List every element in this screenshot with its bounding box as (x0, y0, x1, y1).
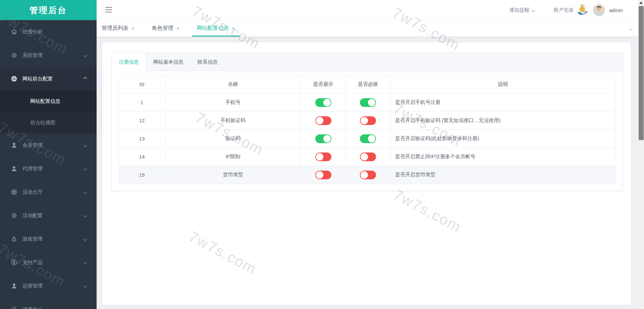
user-icon (11, 165, 17, 172)
cell-description: 是否开启手机验证码 (暂无短信接口，无法使用) (390, 112, 616, 130)
card-tab-2[interactable]: 联系信息 (191, 53, 225, 71)
sidebar-item-site-frontend-config[interactable]: 网站前台配置 (0, 67, 97, 90)
merchant-recharge-button[interactable]: 商户充值 $ (553, 4, 588, 16)
svg-text:$: $ (581, 7, 583, 11)
sidebar-item-activity-config[interactable]: 活动配置 (0, 204, 97, 227)
username[interactable]: admin (609, 7, 623, 13)
scroll-up-arrow[interactable] (639, 1, 643, 4)
workspace-tab-role-manage[interactable]: 角色管理 × (147, 20, 184, 37)
avatar[interactable] (593, 4, 605, 16)
sidebar-subitem-site-config-info[interactable]: 网站配置信息 (0, 90, 97, 112)
card-tab-1[interactable]: 网站基本信息 (146, 53, 191, 71)
home-icon (11, 28, 17, 35)
content-panel: 注册信息网站基本信息联系信息 ID名称是否展示是否必填说明1手机号是否开启手机号… (102, 42, 631, 305)
sidebar-item-label: 活动大厅 (22, 189, 84, 195)
scrollbar-thumb[interactable] (639, 6, 644, 140)
scrollbar[interactable] (638, 0, 644, 309)
sidebar-item-message-center[interactable]: 消息中心 (0, 298, 97, 309)
sidebar-item-label: 网站前台配置 (22, 76, 84, 82)
chevron-down-icon (83, 190, 87, 194)
close-icon[interactable]: × (131, 26, 135, 31)
cell-required (346, 148, 390, 166)
workspace-tabs: 管理员列表 ×角色管理 ×网站配置信息 × (97, 20, 247, 37)
table-row: 12手机验证码是否开启手机验证码 (暂无短信接口，无法使用) (119, 112, 616, 130)
gift-icon (11, 189, 17, 195)
cell-show (301, 148, 346, 166)
cell-required (346, 166, 390, 184)
cell-required (346, 94, 390, 112)
card-body: ID名称是否展示是否必填说明1手机号是否开启手机号注册12手机验证码是否开启手机… (112, 71, 623, 191)
table-row: 15货币类型是否开启货币类型 (119, 166, 616, 184)
sidebar-item-agent-management[interactable]: 代理管理 (0, 157, 97, 180)
yen-icon (11, 259, 17, 266)
cell-id: 14 (119, 148, 165, 166)
sidebar: 管理后台 经营分析 系统管理 网站前台配置网站配置信息前台轮播图 会员管理 代理… (0, 0, 97, 309)
workspace-tab-label: 管理员列表 (102, 25, 128, 32)
column-header: 说明 (390, 75, 616, 94)
cell-name: 手机验证码 (165, 112, 301, 130)
cell-description: 是否开启禁止同IP注册多个会员帐号 (390, 148, 616, 166)
workspace-tab-label: 网站配置信息 (197, 25, 229, 32)
display-toggle[interactable] (315, 116, 331, 125)
sidebar-item-operation-management[interactable]: 运营管理 (0, 274, 97, 298)
sidebar-item-payment-products[interactable]: 支付产品 (0, 251, 97, 274)
coin-hand-icon: $ (576, 4, 588, 16)
chevron-down-icon (83, 53, 87, 57)
table-row: 13验证码是否开启验证码(此处影响登录和注册) (119, 130, 616, 148)
chevron-down-icon (83, 167, 87, 170)
display-toggle[interactable] (315, 98, 331, 107)
workspace-tab-label: 角色管理 (152, 25, 173, 32)
close-icon[interactable]: × (176, 26, 179, 31)
required-toggle[interactable] (360, 152, 376, 161)
cell-id: 1 (119, 94, 165, 112)
hamburger-icon[interactable] (105, 7, 112, 12)
unlock-icon (11, 236, 17, 242)
workspace-tabbar: 管理员列表 ×角色管理 ×网站配置信息 × (97, 20, 638, 37)
close-icon[interactable]: × (232, 26, 235, 31)
sidebar-item-label: 活动配置 (22, 212, 84, 219)
cell-id: 15 (119, 166, 165, 184)
required-toggle[interactable] (360, 134, 376, 143)
cell-show (301, 166, 346, 184)
cell-show (301, 94, 346, 112)
sidebar-item-label: 会员管理 (22, 142, 84, 148)
card-tabs: 注册信息网站基本信息联系信息 (112, 53, 623, 71)
sidebar-item-label: 运营管理 (22, 283, 84, 289)
chevron-down-icon (531, 8, 535, 12)
display-toggle[interactable] (315, 152, 331, 161)
tabbar-collapse-button[interactable] (630, 20, 632, 37)
column-header: 名称 (165, 75, 301, 94)
required-toggle[interactable] (360, 98, 376, 107)
sidebar-item-member-management[interactable]: 会员管理 (0, 133, 97, 157)
display-toggle[interactable] (315, 171, 331, 179)
column-header: ID (119, 75, 165, 94)
cell-name: 手机号 (165, 94, 301, 112)
chevron-down-icon (83, 307, 87, 309)
workspace-tab-admin-list[interactable]: 管理员列表 × (97, 20, 140, 37)
sidebar-item-label: 系统管理 (22, 52, 84, 59)
sidebar-item-system-management[interactable]: 系统管理 (0, 44, 97, 67)
required-toggle[interactable] (360, 116, 376, 125)
cell-show (301, 112, 346, 130)
column-header: 是否展示 (301, 75, 346, 94)
config-card: 注册信息网站基本信息联系信息 ID名称是否展示是否必填说明1手机号是否开启手机号… (111, 52, 623, 191)
workspace-tab-site-config[interactable]: 网站配置信息 × (192, 20, 240, 37)
sidebar-subitem-frontend-carousel[interactable]: 前台轮播图 (0, 112, 97, 133)
sidebar-item-label: 游戏管理 (22, 236, 84, 242)
cell-id: 13 (119, 130, 165, 148)
sidebar-item-business-analysis[interactable]: 经营分析 (0, 20, 97, 44)
notice-dropdown[interactable]: 通知提醒 (509, 7, 535, 13)
sidebar-item-label: 代理管理 (22, 166, 84, 172)
display-toggle[interactable] (315, 134, 331, 143)
topbar-right: 通知提醒 商户充值 $ admin (509, 0, 623, 20)
cell-description: 是否开启手机号注册 (390, 94, 616, 112)
cell-show (301, 130, 346, 148)
sidebar-menu: 经营分析 系统管理 网站前台配置网站配置信息前台轮播图 会员管理 代理管理 活动… (0, 20, 97, 309)
cell-id: 12 (119, 112, 165, 130)
sidebar-item-activity-hall[interactable]: 活动大厅 (0, 180, 97, 204)
required-toggle[interactable] (360, 171, 376, 179)
sidebar-item-game-management[interactable]: 游戏管理 (0, 227, 97, 251)
card-tab-0[interactable]: 注册信息 (112, 53, 146, 71)
config-table: ID名称是否展示是否必填说明1手机号是否开启手机号注册12手机验证码是否开启手机… (118, 75, 616, 184)
column-header: 是否必填 (346, 75, 390, 94)
